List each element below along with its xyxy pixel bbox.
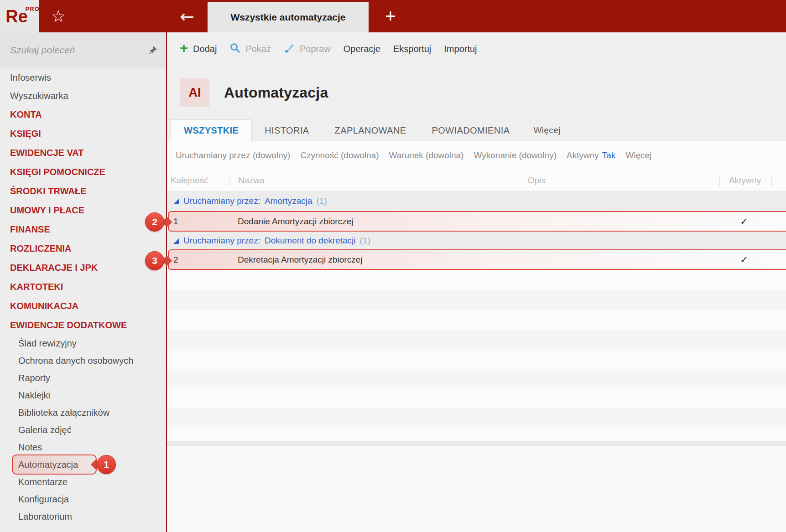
sidebar-item-deklaracje-i-jpk[interactable]: DEKLARACJE I JPK [0, 258, 166, 277]
column-separator[interactable] [771, 175, 772, 186]
sidebar-item-label: KSIĘGI POMOCNICZE [10, 167, 105, 177]
group-label-prefix: Uruchamiany przez: [183, 196, 260, 206]
sidebar-item-label: Notes [18, 442, 42, 453]
group-row-amortyzacja[interactable]: Uruchamiany przez: Amortyzacja (1) [167, 191, 786, 211]
window-tab-active[interactable]: Wszystkie automatyzacje [208, 2, 369, 32]
group-label-value: Amortyzacja [265, 196, 312, 206]
sidebar-item-konta[interactable]: KONTA [0, 105, 166, 124]
add-button[interactable]: + Dodaj [180, 42, 217, 55]
group-label-value: Dokument do dekretacji [265, 236, 356, 246]
sidebar-item-kartoteki[interactable]: KARTOTEKI [0, 277, 166, 296]
filter-czynnosc[interactable]: Czynność (dowolna) [300, 150, 379, 160]
title-bar: RePRO ☆ ← Wszystkie automatyzacje + [0, 0, 786, 32]
filter-aktywny[interactable]: Aktywny Tak [567, 150, 615, 160]
show-button[interactable]: Pokaż [229, 42, 271, 56]
sidebar-item-notes[interactable]: Notes [0, 439, 166, 456]
sidebar-item-automatyzacja[interactable]: Automatyzacja [0, 456, 166, 473]
grid-panel: Uruchamiany przez (dowolny) Czynność (do… [167, 141, 786, 532]
app-logo-text: RePRO [5, 8, 33, 25]
sidebar-item-umowy-i-place[interactable]: UMOWY I PŁACE [0, 201, 166, 220]
filter-warunek[interactable]: Warunek (dowolna) [389, 150, 463, 160]
tab-powiadomienia[interactable]: POWIADOMIENIA [419, 119, 523, 141]
sidebar-item-finanse[interactable]: FINANSE [0, 220, 166, 239]
sidebar-item-rozliczenia[interactable]: ROZLICZENIA [0, 239, 166, 258]
sidebar-item-ewidencje-dodatkowe[interactable]: EWIDENCJE DODATKOWE [0, 315, 166, 335]
operations-button[interactable]: Operacje [344, 44, 380, 54]
sidebar-item-raporty[interactable]: Raporty [0, 369, 166, 387]
filter-wykonanie[interactable]: Wykonanie (dowolny) [474, 150, 557, 160]
sidebar-item-ochrona-danych[interactable]: Ochrona danych osobowych [0, 352, 166, 369]
sidebar-item-label: Raporty [18, 373, 50, 383]
sidebar-item-ksiegi-pomocnicze[interactable]: KSIĘGI POMOCNICZE [0, 162, 166, 181]
grid-end-divider [167, 441, 786, 446]
panel-background [167, 446, 786, 532]
cell-kolejnosc: 1 [173, 212, 178, 231]
sidebar-item-ksiegi[interactable]: KSIĘGI [0, 124, 166, 143]
search-input[interactable]: Szukaj poleceń [10, 45, 147, 56]
empty-row-stripe [167, 369, 786, 388]
filter-more[interactable]: Więcej [625, 150, 651, 160]
back-arrow-icon[interactable]: ← [173, 0, 201, 32]
filter-aktywny-label: Aktywny [567, 150, 599, 160]
column-header-nazwa[interactable]: Nazwa [238, 170, 265, 191]
sidebar-item-biblioteka-zalacznikow[interactable]: Biblioteka załączników [0, 404, 166, 421]
tab-more[interactable]: Więcej [522, 119, 571, 141]
sidebar-item-infoserwis[interactable]: Infoserwis [0, 68, 166, 87]
sidebar-item-label: FINANSE [10, 224, 50, 235]
sidebar-item-laboratorium[interactable]: Laboratorium [0, 508, 166, 525]
import-button-label: Importuj [444, 44, 477, 54]
active-checkmark-icon: ✓ [718, 250, 770, 269]
empty-row-stripe [167, 408, 786, 428]
sidebar-item-label: KSIĘGI [10, 129, 41, 139]
sidebar-item-label: Infoserwis [10, 72, 51, 83]
module-badge: AI [180, 78, 209, 107]
sidebar-item-wyszukiwarka[interactable]: Wyszukiwarka [0, 87, 166, 105]
column-separator[interactable] [229, 175, 230, 186]
column-header-opis[interactable]: Opis [528, 170, 546, 191]
column-header-aktywny[interactable]: Aktywny [719, 170, 771, 191]
tab-zaplanowane[interactable]: ZAPLANOWANE [322, 119, 419, 141]
sidebar-menu: Infoserwis Wyszukiwarka KONTA KSIĘGI EWI… [0, 68, 166, 525]
export-button[interactable]: Eksportuj [393, 44, 431, 54]
annotation-step-badge-2: 2 [145, 212, 164, 232]
sidebar-item-label: Ślad rewizyjny [18, 338, 77, 349]
favorites-star-icon[interactable]: ☆ [47, 0, 70, 32]
group-row-dokument-do-dekretacji[interactable]: Uruchamiany przez: Dokument do dekretacj… [167, 232, 786, 249]
new-tab-plus-icon[interactable]: + [378, 0, 403, 32]
sidebar-item-komunikacja[interactable]: KOMUNIKACJA [0, 296, 166, 315]
column-header-kolejnosc[interactable]: Kolejność [171, 170, 208, 191]
sidebar-item-label: Automatyzacja [18, 460, 78, 470]
sidebar-item-label: ROZLICZENIA [10, 243, 71, 254]
sidebar-item-label: EWIDENCJE DODATKOWE [10, 320, 127, 331]
import-button[interactable]: Importuj [444, 44, 477, 54]
add-plus-icon: + [180, 41, 188, 55]
sidebar-item-ewidencje-vat[interactable]: EWIDENCJE VAT [0, 143, 166, 162]
sidebar-item-slad-rewizyjny[interactable]: Ślad rewizyjny [0, 335, 166, 352]
filter-uruchamiany-przez[interactable]: Uruchamiany przez (dowolny) [176, 150, 290, 160]
table-row-dekretacja-amortyzacji[interactable]: 2 Dekretacja Amortyzacji zbiorczej ✓ [168, 249, 786, 270]
sidebar-item-label: KARTOTEKI [10, 282, 63, 292]
sidebar-item-srodki-trwale[interactable]: ŚRODKI TRWAŁE [0, 181, 166, 201]
sidebar-item-label: Laboratorium [18, 511, 72, 522]
magnifier-icon [229, 42, 240, 56]
table-row-dodanie-amortyzacji[interactable]: 1 Dodanie Amortyzacji zbiorczej ✓ [168, 211, 786, 232]
view-tabs: WSZYSTKIE HISTORIA ZAPLANOWANE POWIADOMI… [167, 119, 786, 141]
sidebar-item-label: EWIDENCJE VAT [10, 148, 84, 158]
edit-button[interactable]: Popraw [284, 42, 331, 56]
tab-historia[interactable]: HISTORIA [252, 119, 322, 141]
tab-wszystkie[interactable]: WSZYSTKIE [171, 119, 252, 141]
command-search[interactable]: Szukaj poleceń [0, 32, 166, 68]
grid-column-headers: Kolejność Nazwa Opis Aktywny [167, 170, 786, 191]
sidebar-item-komentarze[interactable]: Komentarze [0, 473, 166, 491]
sidebar: Szukaj poleceń Infoserwis Wyszukiwarka K… [0, 32, 167, 532]
sidebar-item-konfiguracja[interactable]: Konfiguracja [0, 491, 166, 508]
sidebar-item-label: Ochrona danych osobowych [18, 356, 133, 366]
empty-row-stripe [167, 290, 786, 310]
sidebar-item-galeria-zdjec[interactable]: Galeria zdjęć [0, 421, 166, 439]
pin-icon[interactable] [147, 44, 159, 56]
empty-row-stripe [167, 330, 786, 349]
app-logo[interactable]: RePRO [0, 0, 39, 32]
group-expand-icon [173, 198, 179, 204]
page-title: Automatyzacja [224, 84, 328, 101]
sidebar-item-naklejki[interactable]: Naklejki [0, 387, 166, 404]
